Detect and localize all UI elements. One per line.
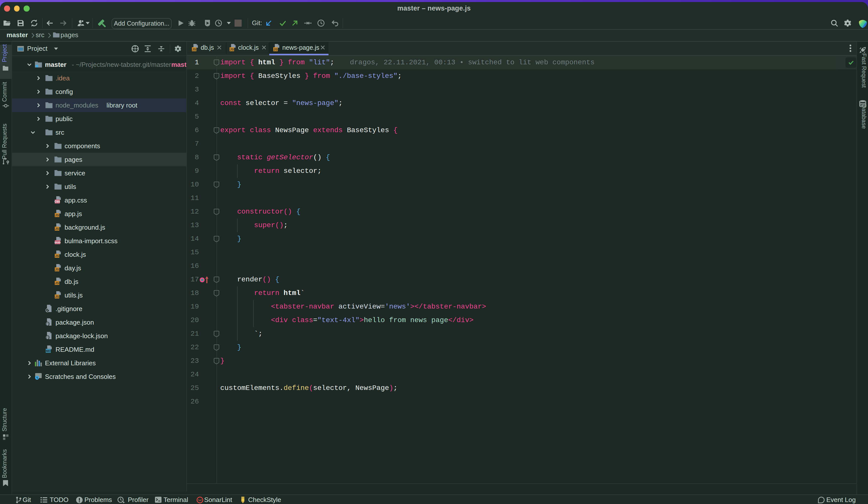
svg-text:JS: JS: [273, 47, 277, 51]
svg-text:JS: JS: [55, 268, 59, 271]
svg-text:CSS: CSS: [54, 200, 60, 203]
svg-text:JS: JS: [55, 227, 59, 231]
svg-text:JS: JS: [192, 47, 196, 51]
svg-text:JS: JS: [55, 295, 59, 298]
svg-text:SASS: SASS: [54, 241, 61, 244]
svg-text:JS: JS: [55, 254, 59, 258]
svg-text:JS: JS: [229, 47, 234, 51]
svg-text:MD: MD: [46, 349, 51, 352]
svg-text:{}: {}: [45, 336, 50, 340]
svg-text:JS: JS: [55, 281, 59, 285]
svg-text:{}: {}: [45, 322, 50, 326]
svg-text:JS: JS: [55, 213, 59, 217]
